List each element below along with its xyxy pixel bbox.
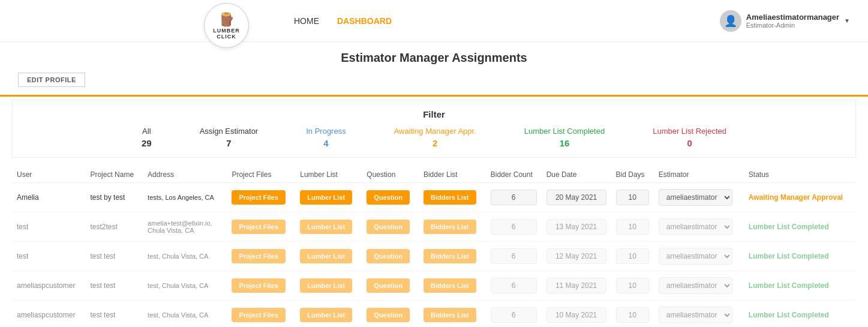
cell-address: amelia+test@elixin.io, Chula Vista, CA [143,212,227,242]
table-section: User Project Name Address Project Files … [12,167,856,327]
cell-bidder-list[interactable]: Bidders List [419,242,486,271]
cell-question[interactable]: Question [362,212,419,242]
filter-value-completed: 16 [524,138,605,148]
lumber-list-button[interactable]: Lumber List [300,190,352,205]
question-button[interactable]: Question [367,220,410,234]
bidder-list-button[interactable]: Bidders List [424,308,476,322]
user-role: Estimator-Admin [746,22,839,29]
cell-project-files[interactable]: Project Files [227,242,295,271]
edit-profile-wrap: EDIT PROFILE [0,68,868,92]
table-row: Amelia test by test tests, Los Angeles, … [12,183,856,212]
cell-estimator[interactable]: ameliaestimator [654,212,744,242]
cell-user: test [12,212,85,242]
col-question: Question [362,167,419,183]
cell-status: Lumber List Completed [744,301,856,328]
cell-project-files[interactable]: Project Files [227,183,295,212]
cell-address: test, Chula Vista, CA [143,271,227,301]
cell-due-date: 13 May 2021 [542,212,611,242]
bidder-list-button[interactable]: Bidders List [424,190,476,205]
cell-project-name: test test [85,301,143,328]
filter-label-completed: Lumber List Completed [524,127,605,136]
estimator-select[interactable]: ameliaestimator [659,307,732,323]
cell-lumber-list[interactable]: Lumber List [295,183,362,212]
nav-dashboard[interactable]: DASHBOARD [337,16,392,26]
project-files-button[interactable]: Project Files [232,190,285,205]
project-files-button[interactable]: Project Files [232,278,285,293]
cell-project-files[interactable]: Project Files [227,212,295,242]
table-row: ameliaspcustomer test test test, Chula V… [12,301,856,328]
cell-status: Lumber List Completed [744,212,856,242]
orange-divider [0,95,868,97]
question-button[interactable]: Question [367,308,410,322]
filter-stat-awaiting[interactable]: Awaiting Manager Appr. 2 [394,127,476,148]
nav-home[interactable]: HOME [294,16,319,26]
bidder-list-button[interactable]: Bidders List [424,220,476,234]
cell-question[interactable]: Question [362,301,419,328]
cell-project-name: test test [85,271,143,301]
due-date-value: 11 May 2021 [546,278,606,293]
bidder-count-value: 6 [491,248,537,264]
user-name: Ameliaestimatormanager [746,13,839,22]
cell-bidder-list[interactable]: Bidders List [419,212,486,242]
cell-estimator[interactable]: ameliaestimator [654,183,744,212]
cell-bidder-count: 6 [486,183,542,212]
filter-stat-rejected[interactable]: Lumber List Rejected 0 [653,127,726,148]
lumber-list-button[interactable]: Lumber List [300,220,352,234]
col-due-date: Due Date [542,167,611,183]
cell-bidder-list[interactable]: Bidders List [419,183,486,212]
due-date-value: 13 May 2021 [546,219,606,235]
cell-estimator[interactable]: ameliaestimator [654,301,744,328]
bidder-list-button[interactable]: Bidders List [424,278,476,293]
cell-lumber-list[interactable]: Lumber List [295,242,362,271]
bidder-list-button[interactable]: Bidders List [424,249,476,263]
filter-stat-assign[interactable]: Assign Estimator 7 [200,127,259,148]
table-header-row: User Project Name Address Project Files … [12,167,856,183]
cell-bidder-list[interactable]: Bidders List [419,301,486,328]
filter-value-rejected: 0 [653,138,726,148]
cell-lumber-list[interactable]: Lumber List [295,271,362,301]
question-button[interactable]: Question [367,249,410,263]
question-button[interactable]: Question [367,278,410,293]
estimator-select[interactable]: ameliaestimator [659,218,732,235]
estimator-select[interactable]: ameliaestimator [659,277,732,294]
cell-estimator[interactable]: ameliaestimator [654,271,744,301]
cell-status: Lumber List Completed [744,242,856,271]
question-button[interactable]: Question [367,190,410,205]
status-badge: Awaiting Manager Approval [749,193,843,202]
assignments-table: User Project Name Address Project Files … [12,167,856,327]
cell-user: ameliaspcustomer [12,301,85,328]
cell-user: test [12,242,85,271]
filter-stat-completed[interactable]: Lumber List Completed 16 [524,127,605,148]
page-title-wrap: Estimator Manager Assignments [0,42,868,68]
cell-question[interactable]: Question [362,242,419,271]
cell-estimator[interactable]: ameliaestimator [654,242,744,271]
cell-question[interactable]: Question [362,183,419,212]
estimator-select[interactable]: ameliaestimator [659,189,732,206]
user-info[interactable]: 👤 Ameliaestimatormanager Estimator-Admin… [720,10,850,32]
logo-text: LUMBERCLICK [213,28,240,40]
cell-question[interactable]: Question [362,271,419,301]
project-files-button[interactable]: Project Files [232,308,285,322]
lumber-list-button[interactable]: Lumber List [300,278,352,293]
cell-project-files[interactable]: Project Files [227,301,295,328]
cell-lumber-list[interactable]: Lumber List [295,212,362,242]
project-files-button[interactable]: Project Files [232,249,285,263]
project-files-button[interactable]: Project Files [232,220,285,234]
lumber-list-button[interactable]: Lumber List [300,249,352,263]
filter-stat-all[interactable]: All 29 [142,127,152,148]
table-row: test test test test, Chula Vista, CA Pro… [12,242,856,271]
cell-project-name: test by test [85,183,143,212]
cell-project-files[interactable]: Project Files [227,271,295,301]
edit-profile-button[interactable]: EDIT PROFILE [18,73,85,87]
table-row: ameliaspcustomer test test test, Chula V… [12,271,856,301]
cell-bidder-count: 6 [486,301,542,328]
cell-address: test, Chula Vista, CA [143,242,227,271]
cell-lumber-list[interactable]: Lumber List [295,301,362,328]
filter-stat-inprogress[interactable]: In Progress 4 [306,127,346,148]
col-user: User [12,167,85,183]
cell-bidder-list[interactable]: Bidders List [419,271,486,301]
bidder-count-value: 6 [491,219,537,235]
estimator-select[interactable]: ameliaestimator [659,248,732,265]
lumber-list-button[interactable]: Lumber List [300,308,352,322]
bid-days-value: 10 [616,278,649,293]
